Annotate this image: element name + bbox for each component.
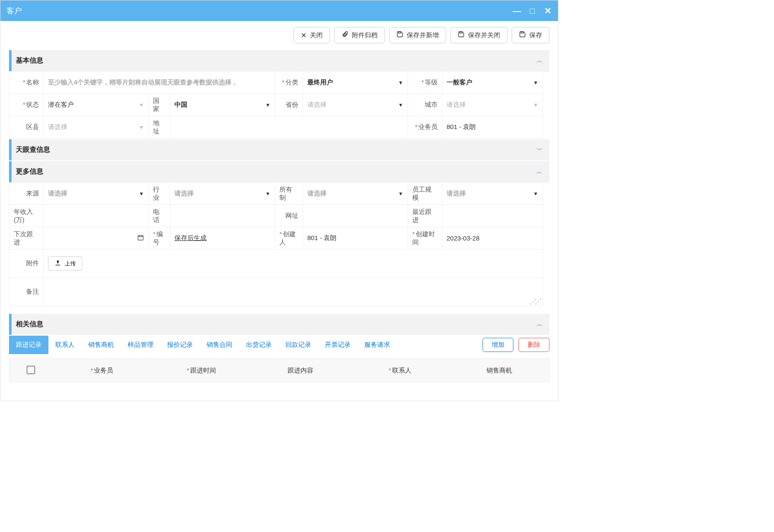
add-button[interactable]: 增加 [483, 338, 513, 352]
label-district: 区县 [9, 116, 44, 138]
upload-button[interactable]: 上传 [48, 256, 82, 271]
tab-payment[interactable]: 回款记录 [279, 336, 318, 354]
input-salesperson[interactable]: 801 - 袁朗 [442, 116, 543, 138]
caret-down-icon: ▼ [265, 191, 270, 197]
label-last-followup: 最近跟进 [408, 205, 442, 227]
content-scroll[interactable]: 基本信息 ︿ 名称 至少输入4个关键字，稍等片刻将自动展现天眼查参考数据供选择，… [0, 49, 558, 401]
input-phone[interactable] [170, 205, 275, 227]
section-tianyan-title: 天眼查信息 [16, 145, 50, 154]
section-more-title: 更多信息 [16, 167, 43, 176]
label-level: 等级 [408, 72, 442, 94]
caret-down-icon: ▼ [139, 102, 144, 108]
label-category: 分类 [275, 72, 303, 94]
section-basic-title: 基本信息 [16, 56, 43, 65]
close-button[interactable]: ✕ 关闭 [294, 27, 330, 43]
select-all-checkbox[interactable] [27, 366, 35, 374]
basic-form: 名称 至少输入4个关键字，稍等片刻将自动展现天眼查参考数据供选择， 分类 最终用… [9, 71, 549, 138]
input-address[interactable] [170, 116, 408, 138]
select-category[interactable]: 最终用户 ▼ [303, 72, 408, 94]
select-ownership[interactable]: 请选择 ▼ [303, 183, 408, 205]
select-country[interactable]: 中国 ▼ [170, 94, 275, 116]
caret-down-icon: ▼ [398, 80, 403, 86]
select-city[interactable]: 请选择 ▼ [442, 94, 543, 116]
label-industry: 行业 [149, 183, 170, 205]
tab-actions: 增加 删除 [483, 338, 549, 352]
tab-sample[interactable]: 样品管理 [121, 336, 160, 354]
save-button[interactable]: 保存 [512, 27, 549, 43]
section-tianyan-header[interactable]: 天眼查信息 ﹀ [9, 139, 549, 160]
followup-table: 业务员 跟进时间 跟进内容 联系人 销售商机 [9, 358, 549, 382]
section-more-header[interactable]: 更多信息 ︿ [9, 161, 549, 182]
select-province[interactable]: 请选择 ▼ [303, 94, 408, 116]
titlebar: 客户 — □ ✕ [0, 0, 558, 21]
chevron-up-icon: ︿ [537, 168, 543, 176]
caret-down-icon: ▼ [533, 102, 538, 108]
tab-contact[interactable]: 联系人 [48, 336, 81, 354]
caret-down-icon: ▼ [139, 191, 144, 197]
toolbar: ✕ 关闭 附件归档 保存并新增 保存并关闭 保存 [0, 21, 558, 49]
input-name[interactable]: 至少输入4个关键字，稍等片刻将自动展现天眼查参考数据供选择， [44, 72, 275, 94]
tab-service[interactable]: 服务请求 [357, 336, 397, 354]
svg-rect-3 [138, 235, 143, 240]
minimize-icon[interactable]: — [513, 6, 521, 16]
select-staff-size[interactable]: 请选择 ▼ [442, 183, 543, 205]
label-city: 城市 [408, 94, 442, 116]
save-new-button[interactable]: 保存并新增 [389, 27, 446, 43]
input-next-followup[interactable] [44, 227, 149, 249]
caret-down-icon: ▼ [398, 191, 403, 197]
svg-rect-0 [399, 32, 401, 33]
section-related-title: 相关信息 [16, 320, 43, 329]
input-last-followup[interactable] [442, 205, 543, 227]
label-country: 国家 [149, 94, 170, 116]
tab-shipment[interactable]: 出货记录 [239, 336, 279, 354]
save-icon [458, 31, 465, 39]
customer-window: 客户 — □ ✕ ✕ 关闭 附件归档 保存并新增 保存并 [0, 0, 558, 401]
caret-down-icon: ▼ [533, 191, 538, 197]
delete-button[interactable]: 删除 [519, 338, 549, 352]
input-annual-income[interactable] [44, 205, 149, 227]
label-next-followup: 下次跟进 [9, 227, 44, 249]
input-creator: 801 - 袁朗 [303, 227, 408, 249]
maximize-icon[interactable]: □ [528, 6, 537, 16]
save-close-button-label: 保存并关闭 [468, 31, 500, 39]
tab-followup[interactable]: 跟进记录 [9, 336, 48, 354]
input-remark[interactable]: ⋰⋰ [44, 278, 543, 306]
th-followup-time: 跟进时间 [152, 367, 251, 375]
select-source[interactable]: 请选择 ▼ [44, 183, 149, 205]
resize-handle-icon[interactable]: ⋰⋰ [530, 300, 540, 304]
th-contact: 联系人 [350, 367, 450, 375]
chevron-up-icon: ︿ [537, 57, 543, 65]
input-website[interactable] [303, 205, 408, 227]
tab-invoice[interactable]: 开票记录 [318, 336, 357, 354]
label-status: 状态 [9, 94, 44, 116]
select-level[interactable]: 一般客户 ▼ [442, 72, 543, 94]
upload-label: 上传 [65, 260, 76, 268]
save-icon [519, 31, 526, 39]
section-basic-header[interactable]: 基本信息 ︿ [9, 50, 549, 71]
label-ownership: 所有制 [275, 183, 303, 205]
tab-quote[interactable]: 报价记录 [160, 336, 200, 354]
save-close-button[interactable]: 保存并关闭 [450, 27, 507, 43]
tab-contract[interactable]: 销售合同 [200, 336, 239, 354]
th-salesperson: 业务员 [52, 367, 152, 375]
more-form: 来源 请选择 ▼ 行业 请选择 ▼ 所有制 请选择 ▼ 员工规模 请选择 ▼ 年… [9, 182, 549, 306]
close-button-label: 关闭 [310, 31, 323, 39]
table-header: 业务员 跟进时间 跟进内容 联系人 销售商机 [9, 359, 549, 382]
tab-opportunity[interactable]: 销售商机 [81, 336, 121, 354]
select-status[interactable]: 潜在客户 ▼ [44, 94, 149, 116]
window-controls: — □ ✕ [513, 6, 552, 16]
input-code: 保存后生成 [170, 227, 275, 249]
tabs: 跟进记录 联系人 销售商机 样品管理 报价记录 销售合同 出货记录 回款记录 开… [9, 336, 397, 354]
caret-down-icon: ▼ [139, 124, 144, 130]
calendar-icon [137, 234, 144, 242]
paperclip-icon [342, 31, 348, 39]
attach-button-label: 附件归档 [352, 31, 378, 39]
section-related-header[interactable]: 相关信息 ︿ [9, 314, 549, 335]
tabs-row: 跟进记录 联系人 销售商机 样品管理 报价记录 销售合同 出货记录 回款记录 开… [9, 336, 549, 354]
th-followup-content: 跟进内容 [251, 367, 351, 375]
close-icon[interactable]: ✕ [543, 6, 552, 16]
attach-button[interactable]: 附件归档 [334, 27, 385, 43]
select-district[interactable]: 请选择 ▼ [44, 116, 149, 138]
select-industry[interactable]: 请选择 ▼ [170, 183, 275, 205]
label-source: 来源 [9, 183, 44, 205]
